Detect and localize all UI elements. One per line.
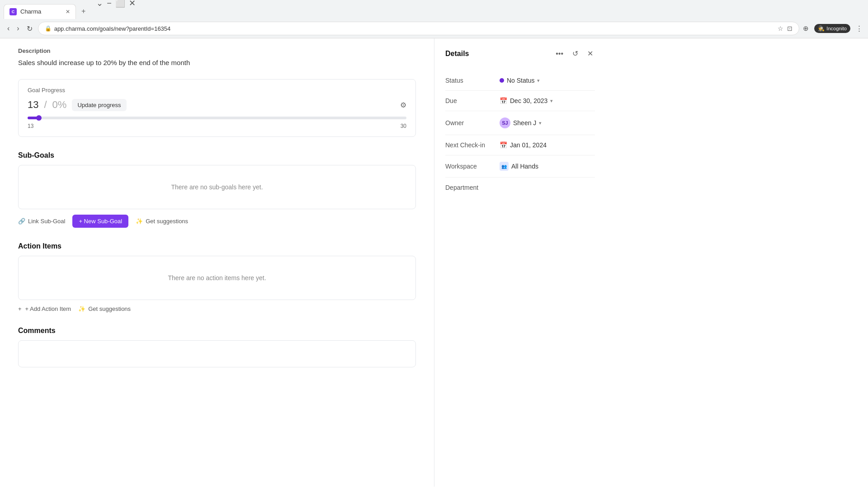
- close-panel-button[interactable]: ✕: [585, 47, 595, 60]
- sub-goals-action-row: 🔗 Link Sub-Goal + New Sub-Goal ✨ Get sug…: [18, 215, 416, 228]
- next-checkin-label: Next Check-in: [445, 141, 500, 149]
- menu-icon[interactable]: ⋮: [856, 24, 863, 33]
- page-container: Description Sales should increase up to …: [0, 38, 868, 487]
- workspace-icon: 👥: [500, 162, 509, 171]
- progress-max: 30: [401, 123, 406, 129]
- tab-title: Charma: [20, 8, 41, 15]
- incognito-icon: 🕵: [818, 25, 825, 32]
- description-label: Description: [18, 47, 416, 54]
- close-icon[interactable]: ✕: [129, 0, 136, 8]
- address-bar-icons: ☆ ⊡: [778, 25, 793, 32]
- progress-bar-container: [28, 117, 406, 119]
- due-text: Dec 30, 2023: [510, 97, 547, 104]
- due-label: Due: [445, 97, 500, 104]
- toolbar-icons: ⊕ 🕵 Incognito ⋮: [803, 24, 863, 33]
- profile-icon[interactable]: ⊡: [787, 25, 793, 32]
- link-icon: 🔗: [18, 218, 25, 225]
- workspace-value[interactable]: 👥 All Hands: [500, 162, 538, 171]
- update-progress-button[interactable]: Update progress: [72, 99, 126, 111]
- action-items-empty-text: There are no action items here yet.: [168, 274, 266, 282]
- forward-button[interactable]: ›: [15, 23, 21, 34]
- calendar-icon-due: 📅: [500, 97, 507, 104]
- add-action-item-label: + Add Action Item: [25, 305, 71, 312]
- right-panel: Details ••• ↺ ✕ Status No Status ▾ Due 📅…: [434, 38, 606, 487]
- get-suggestions-action-items-button[interactable]: ✨ Get suggestions: [78, 305, 131, 312]
- more-options-button[interactable]: •••: [554, 47, 565, 60]
- add-icon: +: [18, 305, 22, 312]
- avatar: SJ: [500, 117, 510, 128]
- comments-input[interactable]: [18, 340, 416, 367]
- progress-separator: /: [44, 99, 47, 111]
- due-value[interactable]: 📅 Dec 30, 2023 ▾: [500, 97, 553, 104]
- status-label: Status: [445, 77, 500, 84]
- link-sub-goal-button[interactable]: 🔗 Link Sub-Goal: [18, 218, 65, 225]
- browser-chrome: C Charma ✕ + ⌄ − ⬜ ✕ ‹ › ↻ 🔒 app.charma.…: [0, 0, 868, 38]
- link-sub-goal-label: Link Sub-Goal: [28, 218, 65, 225]
- maximize-icon[interactable]: ⬜: [115, 0, 125, 8]
- new-sub-goal-button[interactable]: + New Sub-Goal: [72, 215, 128, 228]
- details-title: Details: [445, 50, 469, 58]
- get-suggestions-action-items-label: Get suggestions: [88, 305, 131, 312]
- owner-row: Owner SJ Sheen J ▾: [445, 111, 595, 135]
- back-button[interactable]: ‹: [5, 23, 11, 34]
- extensions-icon[interactable]: ⊕: [803, 24, 809, 33]
- comments-title: Comments: [18, 327, 416, 335]
- progress-current: 13: [28, 99, 38, 111]
- panel-actions: ••• ↺ ✕: [554, 47, 595, 60]
- description-text: Sales should increase up to 20% by the e…: [18, 58, 416, 68]
- progress-row: 13 / 0% Update progress ⚙: [28, 99, 406, 111]
- owner-value[interactable]: SJ Sheen J ▾: [500, 117, 542, 128]
- active-tab[interactable]: C Charma ✕: [4, 4, 76, 19]
- tab-favicon: C: [9, 8, 17, 15]
- sub-goals-empty-text: There are no sub-goals here yet.: [171, 183, 263, 191]
- progress-indicator: [36, 115, 42, 121]
- owner-chevron-icon: ▾: [539, 120, 542, 126]
- tab-bar: C Charma ✕ + ⌄ − ⬜ ✕: [0, 0, 868, 19]
- progress-min: 13: [28, 123, 33, 129]
- incognito-badge: 🕵 Incognito: [814, 24, 850, 33]
- lock-icon: 🔒: [45, 25, 52, 32]
- progress-labels: 13 30: [28, 123, 406, 129]
- reload-button[interactable]: ↻: [25, 23, 34, 35]
- minimize-icon[interactable]: −: [107, 0, 112, 8]
- right-panel-header: Details ••• ↺ ✕: [445, 47, 595, 60]
- description-section: Description Sales should increase up to …: [18, 47, 416, 68]
- new-sub-goal-label: + New Sub-Goal: [79, 218, 122, 225]
- address-bar[interactable]: 🔒 app.charma.com/goals/new?parentId=1635…: [38, 22, 800, 35]
- owner-text: Sheen J: [513, 119, 536, 127]
- status-row: Status No Status ▾: [445, 70, 595, 91]
- department-label: Department: [445, 184, 500, 191]
- goal-progress-card: Goal Progress 13 / 0% Update progress ⚙ …: [18, 79, 416, 137]
- workspace-row: Workspace 👥 All Hands: [445, 155, 595, 178]
- magic-icon-1: ✨: [136, 218, 143, 225]
- calendar-icon-checkin: 📅: [500, 141, 507, 149]
- add-action-item-button[interactable]: + + Add Action Item: [18, 305, 71, 312]
- goal-progress-header: Goal Progress: [28, 87, 406, 94]
- status-value[interactable]: No Status ▾: [500, 77, 540, 84]
- due-row: Due 📅 Dec 30, 2023 ▾: [445, 91, 595, 111]
- settings-icon[interactable]: ⚙: [400, 101, 406, 109]
- workspace-text: All Hands: [511, 163, 538, 170]
- comments-section: Comments: [18, 327, 416, 367]
- status-text: No Status: [507, 77, 534, 84]
- workspace-label: Workspace: [445, 163, 500, 170]
- main-content: Description Sales should increase up to …: [0, 38, 434, 487]
- department-row: Department: [445, 178, 595, 197]
- get-suggestions-sub-goals-button[interactable]: ✨ Get suggestions: [136, 218, 188, 225]
- status-chevron-icon: ▾: [537, 78, 540, 84]
- window-controls: ⌄ − ⬜ ✕: [91, 0, 141, 12]
- tab-list-icon[interactable]: ⌄: [96, 0, 103, 8]
- tab-close-icon[interactable]: ✕: [66, 9, 70, 15]
- history-button[interactable]: ↺: [571, 47, 580, 60]
- url-text: app.charma.com/goals/new?parentId=16354: [54, 25, 171, 32]
- next-checkin-row: Next Check-in 📅 Jan 01, 2024: [445, 135, 595, 155]
- new-tab-button[interactable]: +: [78, 4, 89, 19]
- magic-icon-2: ✨: [78, 305, 85, 312]
- progress-percent: 0%: [52, 99, 67, 111]
- get-suggestions-sub-goals-label: Get suggestions: [146, 218, 188, 225]
- bookmark-icon[interactable]: ☆: [778, 25, 783, 32]
- next-checkin-text: Jan 01, 2024: [510, 141, 547, 149]
- next-checkin-value[interactable]: 📅 Jan 01, 2024: [500, 141, 547, 149]
- action-items-title: Action Items: [18, 242, 416, 250]
- action-items-empty-card: There are no action items here yet.: [18, 256, 416, 300]
